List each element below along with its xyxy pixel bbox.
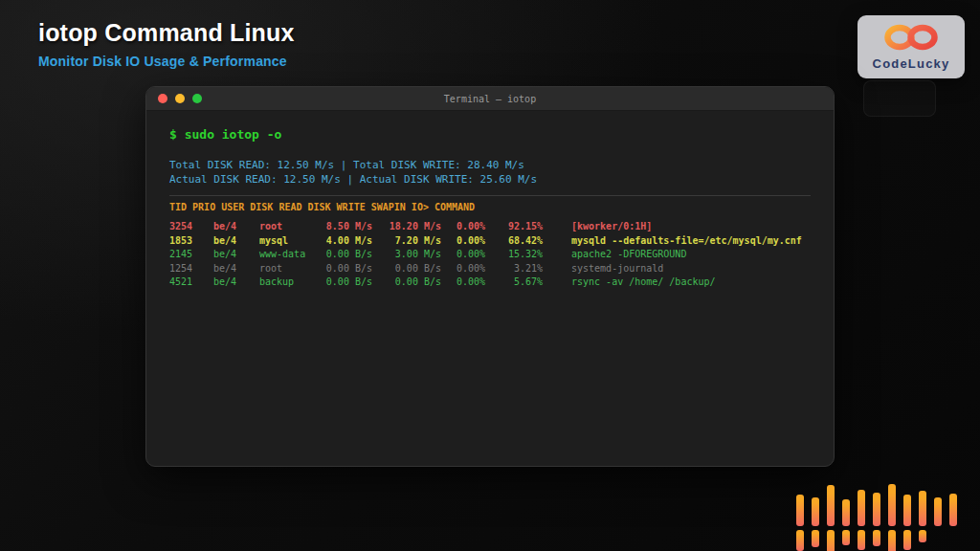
cell-io: 3.21%: [485, 262, 543, 276]
cell-io: 15.32%: [485, 248, 543, 262]
cell-io: 68.42%: [485, 234, 543, 249]
equalizer-bar: [842, 530, 850, 545]
equalizer-bar: [903, 495, 911, 526]
cell-command: apache2 -DFOREGROUND: [571, 248, 686, 262]
cell-swapin: 0.00%: [441, 220, 485, 234]
total-disk-stats: Total DISK READ: 12.50 M/s | Total DISK …: [169, 159, 811, 173]
equalizer-bar: [812, 530, 819, 547]
cell-user: www-data: [259, 248, 323, 262]
separator-line: [169, 195, 811, 196]
equalizer-bar: [842, 499, 850, 526]
cell-user: backup: [259, 276, 323, 290]
equalizer-bar: [949, 494, 957, 526]
cell-command: rsync -av /home/ /backup/: [571, 276, 716, 290]
cell-write: 0.00 B/s: [372, 276, 441, 290]
equalizer-bar: [858, 490, 865, 526]
cell-command: mysqld --defaults-file=/etc/mysql/my.cnf: [571, 234, 802, 249]
cell-write: 7.20 M/s: [372, 234, 441, 249]
command-prompt: $ sudo iotop -o: [169, 127, 811, 142]
cell-user: root: [259, 262, 323, 276]
cell-user: mysql: [259, 234, 323, 249]
equalizer-bar: [919, 491, 926, 526]
equalizer-bar: [903, 530, 911, 550]
equalizer-bar: [812, 497, 819, 526]
equalizer-bar: [888, 484, 896, 526]
process-list: 3254be/4root8.50 M/s18.20 M/s0.00%92.15%…: [169, 220, 811, 290]
cell-io: 5.67%: [485, 276, 543, 290]
equalizer-bar: [858, 530, 865, 550]
cell-read: 4.00 M/s: [323, 234, 372, 249]
cell-prio: be/4: [213, 276, 259, 290]
brand-name: CodeLucky: [873, 56, 950, 71]
terminal-title: Terminal — iotop: [146, 94, 834, 104]
cell-user: root: [259, 220, 323, 234]
cell-swapin: 0.00%: [441, 248, 485, 262]
equalizer-bar: [934, 497, 942, 526]
equalizer-bar: [827, 530, 835, 551]
page-header: iotop Command Linux Monitor Disk IO Usag…: [38, 19, 295, 69]
process-row: 1853be/4mysql4.00 M/s7.20 M/s0.00%68.42%…: [169, 234, 811, 249]
ghost-card: [863, 80, 936, 117]
page-subtitle: Monitor Disk IO Usage & Performance: [38, 54, 295, 69]
cell-swapin: 0.00%: [441, 262, 485, 276]
process-row: 1254be/4root0.00 B/s0.00 B/s0.00%3.21%sy…: [169, 262, 811, 276]
equalizer-decoration: [796, 483, 957, 551]
cell-command: systemd-journald: [571, 262, 663, 276]
cell-write: 3.00 M/s: [372, 248, 441, 262]
cell-prio: be/4: [213, 234, 259, 249]
equalizer-top-row: [796, 483, 957, 526]
process-row: 4521be/4backup0.00 B/s0.00 B/s0.00%5.67%…: [169, 276, 811, 290]
cell-prio: be/4: [213, 220, 259, 234]
equalizer-bar: [827, 485, 835, 526]
actual-disk-stats: Actual DISK READ: 12.50 M/s | Actual DIS…: [169, 173, 811, 187]
equalizer-bar: [919, 530, 926, 542]
cell-tid: 3254: [169, 220, 213, 234]
codelucky-logo-card: CodeLucky: [858, 15, 965, 78]
cell-tid: 4521: [169, 276, 213, 290]
cell-tid: 1254: [169, 262, 213, 276]
cell-read: 0.00 B/s: [323, 276, 372, 290]
process-row: 3254be/4root8.50 M/s18.20 M/s0.00%92.15%…: [169, 220, 811, 234]
equalizer-bar: [873, 530, 880, 546]
infinity-logo-icon: [882, 24, 940, 55]
cell-swapin: 0.00%: [441, 276, 485, 290]
terminal-titlebar[interactable]: Terminal — iotop: [146, 87, 834, 111]
process-row: 2145be/4www-data0.00 B/s3.00 M/s0.00%15.…: [169, 248, 811, 262]
cell-tid: 2145: [169, 248, 213, 262]
cell-prio: be/4: [213, 248, 259, 262]
equalizer-bar: [796, 530, 804, 551]
cell-read: 0.00 B/s: [323, 262, 372, 276]
cell-read: 8.50 M/s: [323, 220, 372, 234]
iotop-columns-header: TID PRIO USER DISK READ DISK WRITE SWAPI…: [169, 202, 811, 212]
cell-write: 0.00 B/s: [372, 262, 441, 276]
page-title: iotop Command Linux: [38, 19, 295, 47]
cell-io: 92.15%: [485, 220, 543, 234]
cell-prio: be/4: [213, 262, 259, 276]
equalizer-bar: [796, 495, 804, 526]
cell-swapin: 0.00%: [441, 234, 485, 249]
cell-command: [kworker/0:1H]: [571, 220, 652, 234]
equalizer-bottom-row: [796, 530, 957, 551]
cell-write: 18.20 M/s: [372, 220, 441, 234]
equalizer-bar: [873, 493, 880, 526]
equalizer-bar: [888, 530, 896, 551]
cell-tid: 1853: [169, 234, 213, 249]
cell-read: 0.00 B/s: [323, 248, 372, 262]
terminal-window: Terminal — iotop $ sudo iotop -o Total D…: [145, 86, 835, 467]
terminal-body[interactable]: $ sudo iotop -o Total DISK READ: 12.50 M…: [146, 111, 834, 304]
